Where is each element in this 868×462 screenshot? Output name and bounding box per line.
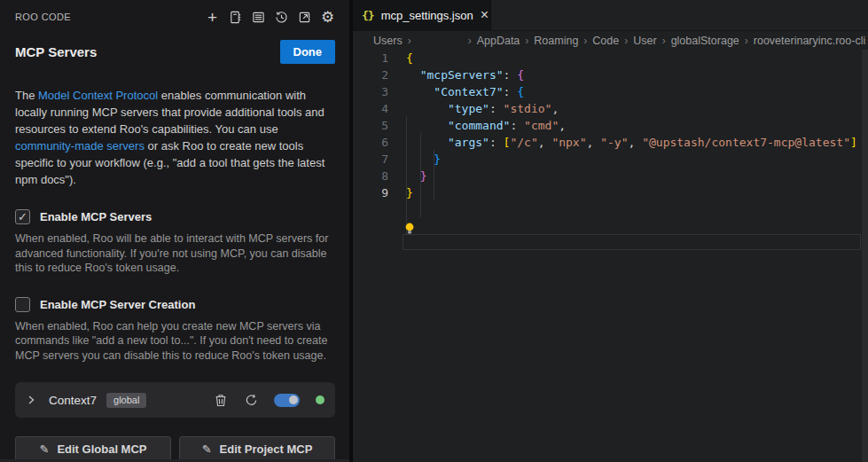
open-in-new-icon[interactable] — [297, 10, 312, 25]
server-scope-badge: global — [106, 393, 146, 408]
code-token: "Context7" — [434, 85, 503, 98]
line-number: 7 — [353, 151, 388, 168]
code-token: } — [420, 169, 427, 183]
code-token: : — [510, 119, 524, 132]
enable-mcp-servers-checkbox[interactable]: ✓ — [15, 209, 30, 224]
restart-server-icon[interactable] — [244, 393, 258, 407]
model-context-protocol-link[interactable]: Model Context Protocol — [38, 89, 158, 102]
code-line: 1{ — [353, 50, 868, 67]
edit-project-mcp-label: Edit Project MCP — [220, 442, 313, 456]
code-token: "mcpServers" — [420, 68, 504, 82]
server-name: Context7 — [49, 394, 97, 407]
code-token: { — [406, 51, 413, 65]
roo-code-sidebar: ROO CODE + — [0, 0, 349, 462]
code-lines: 1{2 "mcpServers": {3 "Context7": {4 "typ… — [353, 50, 868, 201]
code-editor[interactable]: 1{2 "mcpServers": {3 "Context7": {4 "typ… — [353, 50, 868, 462]
breadcrumb-item[interactable]: globalStorage — [671, 35, 739, 47]
json-file-icon: {} — [362, 9, 374, 22]
code-token: , — [559, 119, 566, 132]
sidebar-header: ROO CODE + — [15, 7, 335, 27]
code-token — [406, 119, 448, 132]
tab-filename: mcp_settings.json — [381, 9, 473, 22]
code-line: 9} — [353, 184, 868, 201]
edit-global-mcp-label: Edit Global MCP — [57, 442, 146, 456]
code-line: 5 "command": "cmd", — [353, 117, 868, 134]
breadcrumb-item[interactable]: Roaming — [534, 35, 578, 47]
toggle-knob — [289, 395, 298, 404]
code-token — [406, 136, 448, 149]
code-token: : — [504, 85, 518, 98]
mcp-intro-paragraph: The Model Context Protocol enables commu… — [15, 87, 336, 188]
code-token: , — [629, 136, 643, 149]
lightbulb-icon[interactable] — [404, 223, 415, 235]
enable-mcp-creation-row: Enable MCP Server Creation — [15, 297, 335, 312]
mcp-servers-icon[interactable] — [251, 10, 266, 25]
breadcrumb: Users››AppData›Roaming›Code›User›globalS… — [353, 31, 868, 50]
server-status-dot — [316, 395, 325, 404]
tab-mcp-settings-json[interactable]: {} mcp_settings.json × — [353, 0, 491, 30]
editor-tab-bar: {} mcp_settings.json × — [353, 0, 868, 31]
line-number: 3 — [353, 83, 388, 100]
breadcrumb-item[interactable]: Code — [592, 35, 619, 47]
pencil-icon: ✎ — [202, 442, 212, 456]
breadcrumb-separator: › — [468, 35, 472, 47]
code-line: 6 "args": ["/c", "npx", "-y", "@upstash/… — [353, 134, 868, 151]
code-line: 3 "Context7": { — [353, 83, 868, 100]
code-line: 7 } — [353, 151, 868, 168]
page-title: MCP Servers — [15, 44, 97, 59]
mcp-title-row: MCP Servers Done — [15, 40, 335, 64]
enable-mcp-creation-checkbox[interactable] — [15, 297, 30, 312]
breadcrumb-item[interactable]: rooveterinaryinc.roo-cli — [754, 35, 865, 47]
code-line: 8 } — [353, 168, 868, 184]
line-number: 9 — [353, 184, 388, 201]
code-token: } — [434, 153, 441, 166]
code-token: "type" — [448, 102, 489, 115]
code-token: : — [489, 136, 504, 149]
server-actions — [214, 393, 325, 407]
breadcrumb-item[interactable]: Users — [373, 35, 403, 47]
breadcrumb-separator: › — [583, 35, 587, 47]
line-number: 2 — [353, 67, 388, 83]
code-token: { — [517, 85, 524, 98]
server-enabled-toggle[interactable] — [274, 394, 300, 407]
enable-mcp-creation-description: When enabled, Roo can help you create ne… — [15, 319, 334, 364]
new-task-plus-icon[interactable]: + — [205, 10, 220, 25]
breadcrumb-item[interactable]: AppData — [477, 35, 520, 47]
breadcrumb-separator: › — [745, 35, 748, 47]
enable-mcp-servers-description: When enabled, Roo will be able to intera… — [15, 231, 334, 276]
code-token: , — [538, 136, 552, 149]
line-number: 8 — [353, 168, 388, 184]
code-line: 4 "type": "stdio", — [353, 100, 868, 117]
code-token — [406, 68, 420, 82]
breadcrumb-item[interactable]: User — [633, 35, 656, 47]
delete-server-trash-icon[interactable] — [214, 393, 228, 407]
code-token: } — [406, 186, 413, 200]
prompts-notepad-icon[interactable] — [228, 10, 243, 25]
breadcrumb-separator: › — [408, 35, 411, 47]
gear-icon[interactable]: ⚙ — [320, 10, 335, 25]
tab-close-icon[interactable]: × — [481, 8, 489, 22]
done-button[interactable]: Done — [280, 40, 336, 64]
server-row-context7: Context7 global — [15, 382, 335, 418]
line-number: 4 — [353, 100, 388, 117]
code-token: ] — [850, 136, 857, 149]
edit-buttons-row: ✎ Edit Global MCP ✎ Edit Project MCP — [15, 436, 335, 461]
editor-scrollbar[interactable] — [862, 50, 868, 462]
code-token — [406, 85, 434, 98]
code-token: "-y" — [600, 136, 628, 149]
line-number: 6 — [353, 134, 388, 151]
chevron-right-icon[interactable] — [24, 393, 38, 407]
pencil-icon: ✎ — [39, 442, 49, 456]
code-token: : — [489, 102, 504, 115]
edit-project-mcp-button[interactable]: ✎ Edit Project MCP — [179, 436, 335, 461]
code-token: "/c" — [510, 136, 537, 149]
code-token — [406, 153, 434, 166]
community-made-servers-link[interactable]: community-made servers — [15, 139, 145, 153]
sidebar-header-icons: + — [205, 10, 335, 25]
enable-mcp-servers-label: Enable MCP Servers — [40, 210, 152, 223]
code-token: "@upstash/context7-mcp@latest" — [642, 136, 850, 149]
breadcrumb-separator: › — [662, 35, 666, 47]
history-icon[interactable] — [274, 10, 289, 25]
edit-global-mcp-button[interactable]: ✎ Edit Global MCP — [15, 436, 171, 461]
code-token: , — [551, 102, 559, 115]
